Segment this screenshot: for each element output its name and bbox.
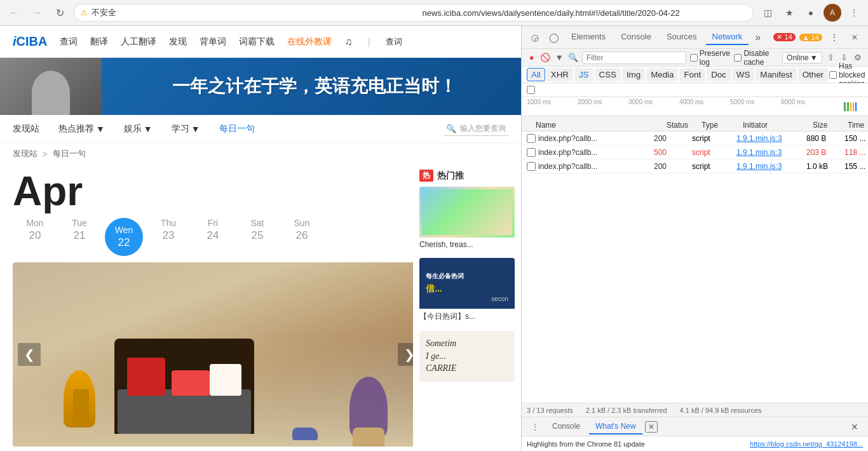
refresh-button[interactable]: ↻	[51, 4, 69, 22]
devtools-close-button[interactable]: ✕	[846, 29, 863, 46]
tab-sources[interactable]: Sources	[660, 29, 703, 45]
slider-next-button[interactable]: ❯	[398, 343, 413, 366]
forward-button[interactable]: →	[28, 4, 46, 22]
stop-button[interactable]: 🚫	[540, 51, 550, 64]
filter-css[interactable]: CSS	[595, 68, 621, 81]
nav-fanyi[interactable]: 翻译	[90, 36, 108, 48]
account-button[interactable]: ●	[802, 4, 820, 22]
sec-nav-hot[interactable]: 热点推荐 ▼	[58, 123, 105, 135]
hide-data-urls[interactable]	[527, 86, 538, 94]
dbt-console[interactable]: Console	[546, 419, 587, 434]
row-3-checkbox[interactable]	[527, 162, 536, 171]
cal-day-mon[interactable]: Mon 20	[13, 218, 57, 242]
table-row[interactable]: index.php?callb... 500 script 1.9.1.min.…	[522, 145, 868, 159]
cal-day-sun[interactable]: Sun 26	[280, 218, 324, 242]
disable-cache-checkbox[interactable]: Disable cache	[734, 49, 778, 67]
nav-chaci[interactable]: 查词	[60, 36, 78, 48]
cal-day-fri[interactable]: Fri 24	[191, 218, 235, 242]
menu-button[interactable]: ⋮	[845, 4, 863, 22]
url-bar[interactable]: ⚠ 不安全 news.iciba.com/views/dailysentence…	[74, 4, 754, 22]
filter-doc[interactable]: Doc	[707, 68, 731, 81]
throttle-select[interactable]: Online ▼	[782, 52, 822, 64]
th-status[interactable]: Status	[664, 121, 699, 130]
dbt-whats-new[interactable]: What's New	[589, 419, 642, 434]
devtools-device-button[interactable]: ◯	[546, 29, 562, 46]
cal-day-tue[interactable]: Tue 21	[57, 218, 102, 242]
tab-console[interactable]: Console	[614, 29, 658, 45]
tab-elements[interactable]: Elements	[565, 29, 612, 45]
filter-input[interactable]	[582, 51, 686, 64]
row-2-checkbox[interactable]	[527, 148, 536, 157]
hot-card-2[interactable]: 每生必备热词 借... secon 【今日热词】s...	[419, 258, 515, 325]
th-size[interactable]: Size	[810, 121, 845, 130]
th-name[interactable]: Name	[524, 121, 664, 130]
search-network-button[interactable]: 🔍	[568, 51, 578, 64]
filter-img[interactable]: Img	[622, 68, 645, 81]
resources-size: 4.1 kB / 94.9 kB resources	[680, 407, 762, 414]
th-initiator[interactable]: Initiator	[740, 121, 810, 130]
nav-jiaoke[interactable]: 在线外教课	[287, 36, 332, 48]
row-1-name: index.php?callb...	[524, 134, 651, 143]
record-button[interactable]: ●	[527, 51, 536, 64]
cal-day-thu[interactable]: Thu 23	[146, 218, 191, 242]
timeline-ruler: 1000 ms 2000 ms 3000 ms 4000 ms 5000 ms …	[527, 97, 863, 116]
th-time[interactable]: Time	[845, 121, 868, 130]
profile-button[interactable]: A	[824, 4, 841, 22]
row-1-checkbox[interactable]	[527, 134, 536, 143]
nav-rengong[interactable]: 人工翻译	[121, 36, 156, 48]
filter-icon-button[interactable]: ▼	[554, 51, 564, 64]
devtools-status: 3 / 13 requests 2.1 kB / 2.3 kB transfer…	[522, 403, 868, 417]
row-1-size: 880 B	[804, 134, 842, 143]
extensions-button[interactable]: ◫	[759, 4, 776, 22]
hot-card-1[interactable]: Cherish, treas...	[419, 187, 515, 252]
breadcrumb-home[interactable]: 发现站	[13, 148, 37, 159]
timeline-mark-2000: 2000 ms	[578, 98, 602, 105]
hot-card-3[interactable]: SometimI ge...CARRIE	[419, 331, 515, 382]
footer-link[interactable]: https://blog.csdn.net/qq_43124198...	[750, 440, 863, 448]
devtools-settings-btn2[interactable]: ⋮	[527, 419, 543, 435]
filter-manifest[interactable]: Manifest	[756, 68, 796, 81]
nav-user[interactable]: 查词	[386, 36, 402, 48]
dbt-close-button[interactable]: ✕	[645, 421, 658, 433]
devtools-settings-button[interactable]: ⋮	[826, 29, 843, 46]
bookmark-button[interactable]: ★	[780, 4, 798, 22]
table-row[interactable]: index.php?callb... 200 script 1.9.1.min.…	[522, 159, 868, 173]
filter-ws[interactable]: WS	[732, 68, 754, 81]
sec-nav-faxian[interactable]: 发现站	[13, 123, 39, 135]
back-button[interactable]: ←	[5, 4, 23, 22]
row-1-initiator[interactable]: 1.9.1.min.js:3	[734, 134, 804, 143]
sec-nav-yule[interactable]: 娱乐 ▼	[124, 123, 153, 135]
cal-day-sat[interactable]: Sat 25	[235, 218, 280, 242]
row-3-status: 200	[651, 162, 689, 171]
secondary-search[interactable]: 🔍 输入您要查询	[444, 122, 508, 136]
timeline-mark-1000: 1000 ms	[527, 98, 551, 105]
hot-card-2-text: 【今日热词】s...	[419, 309, 515, 325]
bottom-close-button[interactable]: ✕	[846, 419, 863, 435]
th-type[interactable]: Type	[699, 121, 740, 130]
row-2-initiator[interactable]: 1.9.1.min.js:3	[734, 148, 804, 157]
table-row[interactable]: index.php?callb... 200 script 1.9.1.min.…	[522, 131, 868, 145]
nav-xiazai[interactable]: 词霸下载	[239, 36, 275, 48]
preserve-log-checkbox[interactable]: Preserve log	[690, 49, 731, 67]
url-text: 不安全	[92, 7, 416, 18]
devtools-inspect-button[interactable]: ◶	[527, 29, 543, 46]
filter-other[interactable]: Other	[798, 68, 828, 81]
filter-all[interactable]: All	[527, 68, 545, 81]
filter-media[interactable]: Media	[646, 68, 678, 81]
filter-xhr[interactable]: XHR	[546, 68, 573, 81]
main-content: Apr Mon 20 Tue 21 Wen 22	[0, 165, 413, 451]
sec-nav-xuexi[interactable]: 学习 ▼	[172, 123, 200, 135]
nav-faxian[interactable]: 发现	[169, 36, 187, 48]
nav-music-icon[interactable]: ♫	[344, 36, 352, 48]
cal-day-wen[interactable]: Wen 22	[102, 218, 146, 256]
row-3-initiator[interactable]: 1.9.1.min.js:3	[734, 162, 804, 171]
nav-beidan[interactable]: 背单词	[200, 36, 226, 48]
network-timeline: 1000 ms 2000 ms 3000 ms 4000 ms 5000 ms …	[522, 97, 868, 116]
filter-js[interactable]: JS	[574, 68, 593, 81]
timeline-mark-6000: 6000 ms	[781, 98, 805, 105]
slider-prev-button[interactable]: ❮	[18, 343, 41, 366]
tab-network[interactable]: Network	[706, 29, 749, 45]
devtools-more-tabs[interactable]: »	[751, 32, 764, 43]
filter-font[interactable]: Font	[679, 68, 705, 81]
sec-nav-daily[interactable]: 每日一句	[219, 123, 255, 135]
